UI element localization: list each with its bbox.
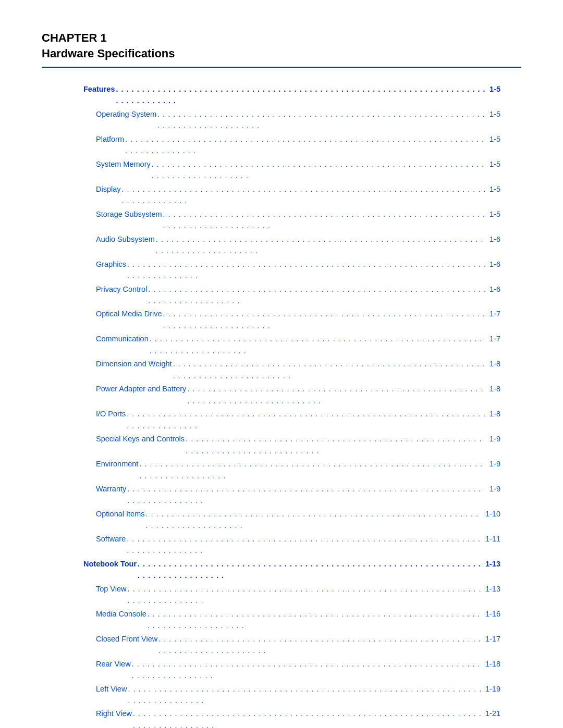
toc-item-page: 1-5 <box>489 208 500 220</box>
toc-item-label: Left View <box>96 683 127 695</box>
toc-item-dots <box>128 583 482 607</box>
toc-item[interactable]: Audio Subsystem1-6 <box>83 233 500 257</box>
toc-item-page: 1-10 <box>485 508 500 520</box>
toc-item-dots <box>127 483 486 507</box>
toc-item-dots <box>150 333 486 356</box>
toc-item-label: I/O Ports <box>96 408 126 419</box>
toc-item[interactable]: Power Adapter and Battery1-8 <box>83 383 500 406</box>
toc-item-label: Platform <box>96 133 124 145</box>
toc-item-label: Power Adapter and Battery <box>96 383 186 394</box>
toc-item[interactable]: Special Keys and Controls1-9 <box>83 433 500 456</box>
chapter-title: Hardware Specifications <box>42 47 521 60</box>
toc-item[interactable]: Optical Media Drive1-7 <box>83 308 500 331</box>
toc-item-dots <box>148 283 486 307</box>
toc-item-label: Warranty <box>96 483 126 495</box>
toc-item-page: 1-17 <box>485 633 500 645</box>
toc-item-page: 1-13 <box>485 558 500 570</box>
page: CHAPTER 1 Hardware Specifications Featur… <box>0 0 563 728</box>
toc-item[interactable]: Environment1-9 <box>83 458 500 482</box>
toc-item-page: 1-8 <box>489 383 500 394</box>
toc-item-label: Closed Front View <box>96 633 157 645</box>
toc-item-label: Operating System <box>96 108 156 120</box>
toc-item-label: Top View <box>96 583 127 595</box>
toc-item-dots <box>133 708 482 728</box>
toc-item-page: 1-9 <box>489 483 500 495</box>
toc-item-dots <box>132 658 482 682</box>
toc-item-dots <box>148 608 482 632</box>
toc-item-dots <box>152 158 486 182</box>
toc-item-label: System Memory <box>96 158 151 170</box>
toc-item-dots <box>128 683 482 707</box>
toc-item[interactable]: Top View1-13 <box>83 583 500 607</box>
toc-item[interactable]: Optional Items1-10 <box>83 508 500 532</box>
toc-item[interactable]: Rear View1-18 <box>83 658 500 682</box>
toc-item-dots <box>187 383 486 406</box>
toc-item-label: Media Console <box>96 608 146 620</box>
toc-item-dots <box>138 558 482 582</box>
toc-item-dots <box>127 408 486 431</box>
toc-item[interactable]: Right View1-21 <box>83 708 500 728</box>
toc-item-label: Right View <box>96 708 132 719</box>
toc-item[interactable]: Storage Subsystem1-5 <box>83 208 500 232</box>
toc-item-label: Communication <box>96 333 149 344</box>
toc-item-dots <box>186 433 486 456</box>
toc-item-label: Privacy Control <box>96 283 147 295</box>
toc-item-dots <box>173 358 486 381</box>
toc-item-dots <box>156 233 486 257</box>
toc-item-page: 1-7 <box>489 333 500 344</box>
toc-item-dots <box>146 508 482 532</box>
toc-item-page: 1-5 <box>489 83 500 95</box>
toc-item-dots <box>163 208 486 232</box>
toc-item-page: 1-7 <box>489 308 500 319</box>
toc-item[interactable]: Privacy Control1-6 <box>83 283 500 307</box>
toc-item[interactable]: Closed Front View1-17 <box>83 633 500 657</box>
toc-item[interactable]: Media Console1-16 <box>83 608 500 632</box>
toc-item-page: 1-18 <box>485 658 500 670</box>
toc-item-label: Notebook Tour <box>83 558 137 570</box>
toc-item-page: 1-8 <box>489 408 500 419</box>
toc-item-dots <box>125 133 486 157</box>
toc-item-dots <box>163 308 487 331</box>
toc-item-label: Software <box>96 533 126 545</box>
toc-item-label: Dimension and Weight <box>96 358 172 369</box>
toc-item[interactable]: Features1-5 <box>83 83 500 107</box>
toc-item-page: 1-6 <box>489 283 500 295</box>
toc-item-label: Display <box>96 183 121 195</box>
toc-item[interactable]: Software1-11 <box>83 533 500 557</box>
toc-item-dots <box>139 458 486 482</box>
toc-item-label: Environment <box>96 458 138 470</box>
toc-item-page: 1-6 <box>489 258 500 270</box>
toc-item-dots <box>122 183 486 207</box>
toc-item-page: 1-19 <box>485 683 500 695</box>
toc-item-page: 1-5 <box>489 133 500 145</box>
toc-item[interactable]: Display1-5 <box>83 183 500 207</box>
toc-item[interactable]: Warranty1-9 <box>83 483 500 507</box>
toc-item[interactable]: I/O Ports1-8 <box>83 408 500 431</box>
toc-item-dots <box>116 83 486 107</box>
chapter-label: CHAPTER 1 <box>42 31 521 45</box>
toc-item-page: 1-8 <box>489 358 500 369</box>
toc-item-page: 1-5 <box>489 183 500 195</box>
toc-item-label: Special Keys and Controls <box>96 433 185 445</box>
toc-item-dots <box>127 533 482 557</box>
toc-item[interactable]: System Memory1-5 <box>83 158 500 182</box>
toc-item[interactable]: Left View1-19 <box>83 683 500 707</box>
toc-item-page: 1-6 <box>489 233 500 245</box>
toc-item-dots <box>157 108 486 132</box>
toc-item[interactable]: Platform1-5 <box>83 133 500 157</box>
toc-item-label: Audio Subsystem <box>96 233 155 245</box>
toc-item[interactable]: Notebook Tour1-13 <box>83 558 500 582</box>
toc-item-label: Optional Items <box>96 508 145 520</box>
toc-item-dots <box>158 633 482 657</box>
toc-item-page: 1-9 <box>489 458 500 470</box>
toc-item[interactable]: Communication1-7 <box>83 333 500 356</box>
toc-item-page: 1-5 <box>489 108 500 120</box>
toc-item[interactable]: Operating System1-5 <box>83 108 500 132</box>
toc-item-label: Features <box>83 83 115 95</box>
toc-item[interactable]: Graphics1-6 <box>83 258 500 282</box>
toc-container: Features1-5Operating System1-5Platform1-… <box>42 83 521 728</box>
toc-item-page: 1-13 <box>485 583 500 595</box>
toc-item-label: Optical Media Drive <box>96 308 162 319</box>
chapter-header: CHAPTER 1 Hardware Specifications <box>42 31 521 68</box>
toc-item[interactable]: Dimension and Weight1-8 <box>83 358 500 381</box>
